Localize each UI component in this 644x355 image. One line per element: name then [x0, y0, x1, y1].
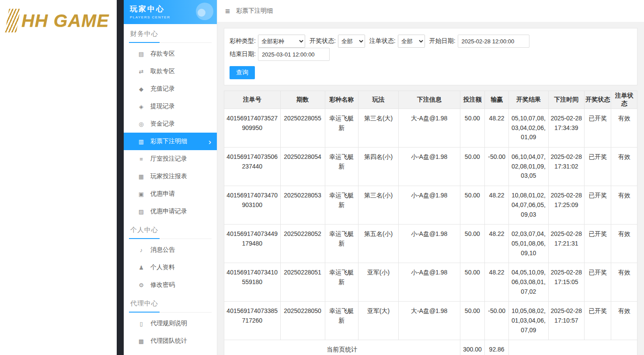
column-header: 玩法: [359, 91, 399, 109]
column-header: 下注时间: [548, 91, 584, 109]
bell-icon: ♪: [137, 247, 145, 253]
table-cell: -50.00: [485, 302, 509, 340]
sidebar-item-label: 资金记录: [150, 120, 175, 128]
table-row: 40156917407344917948020250228052幸运飞艇新第五名…: [224, 225, 637, 263]
menu-toggle-icon[interactable]: ≡: [225, 7, 230, 15]
sidebar-item-label: 代理团队统计: [150, 337, 187, 345]
table-cell: 10,05,08,02,01,03,04,06,07,09: [509, 302, 549, 340]
sidebar-item-label: 修改密码: [150, 281, 175, 289]
topbar: ≡ 彩票下注明细: [217, 0, 644, 22]
sidebar-item-label: 消息公告: [150, 246, 175, 254]
table-cell: 已开奖: [584, 109, 611, 148]
table-cell: 50.00: [460, 148, 485, 186]
table-cell: 第三名(小): [359, 186, 399, 225]
sidebar-item[interactable]: ⚙修改密码: [124, 276, 217, 294]
table-cell: 第四名(小): [359, 148, 399, 186]
table-row: 40156917407341055918020250228051幸运飞艇新亚军(…: [224, 263, 637, 302]
sidebar-item[interactable]: ▩代理团队统计: [124, 332, 217, 350]
sidebar-header: 玩家中心 PLAYERS CENTER: [124, 0, 217, 24]
table-cell: 已开奖: [584, 225, 611, 263]
sidebar-item-label: 提现记录: [150, 102, 175, 110]
table-cell: 50.00: [460, 186, 485, 225]
end-date-input[interactable]: [258, 48, 330, 61]
sidebar-item[interactable]: ≡厅室投注记录: [124, 150, 217, 168]
sidebar-item[interactable]: ♟个人资料: [124, 259, 217, 276]
sidebar-item[interactable]: ▥彩票下注明细›: [124, 133, 217, 150]
bet-detail-table: 注单号期数彩种名称玩法下注信息投注额输赢开奖结果下注时间开奖状态注单状态4015…: [224, 91, 637, 355]
table-cell: 401569174073449179480: [224, 225, 281, 263]
table-header-row: 注单号期数彩种名称玩法下注信息投注额输赢开奖结果下注时间开奖状态注单状态: [224, 91, 637, 109]
table-cell: 小-A盘@1.98: [398, 148, 460, 186]
draw-status-select[interactable]: 全部: [338, 35, 365, 48]
table-cell: 幸运飞艇新: [325, 263, 359, 302]
table-cell: 05,10,07,08,03,04,02,06,01,09: [509, 109, 549, 148]
team-stats-icon: ▩: [137, 338, 145, 344]
table-cell: 幸运飞艇新: [325, 148, 359, 186]
start-date-label: 开始日期:: [429, 37, 456, 45]
table-cell: 401569174073506237440: [224, 148, 281, 186]
logo-panel: HH GAME: [0, 0, 117, 355]
table-cell: 401569174073470903100: [224, 186, 281, 225]
page-title: 彩票下注明细: [236, 7, 273, 15]
column-header: 注单状态: [611, 91, 637, 109]
sidebar-nav: 财务中心▤存款专区⇄取款专区◆充值记录◈提现记录◎资金记录▥彩票下注明细›≡厅室…: [124, 24, 217, 355]
sidebar-item[interactable]: ⇄取款专区: [124, 63, 217, 80]
table-cell: 20250228052: [280, 225, 325, 263]
lottery-type-select[interactable]: 全部彩种: [258, 35, 305, 48]
sidebar-item[interactable]: ▦玩家投注报表: [124, 168, 217, 185]
table-cell: 第三名(大): [359, 109, 399, 148]
sidebar-item-label: 取款专区: [150, 67, 175, 75]
column-header: 投注额: [460, 91, 485, 109]
content: 彩种类型: 全部彩种 开奖状态: 全部 注单状态: 全部: [217, 22, 644, 355]
table-cell: 2025-02-28 17:10:57: [548, 302, 584, 340]
table-cell: 已开奖: [584, 302, 611, 340]
sidebar-item[interactable]: ▯代理规则说明: [124, 315, 217, 332]
table-cell: 48.22: [485, 186, 509, 225]
sidebar-item[interactable]: ▨优惠申请记录: [124, 203, 217, 220]
table-cell: 亚军(小): [359, 263, 399, 302]
table-cell: 小-A盘@1.98: [398, 186, 460, 225]
table-cell: 48.22: [485, 109, 509, 148]
sidebar-item[interactable]: ◆充值记录: [124, 80, 217, 98]
table-row: 40156917407352790995020250228055幸运飞艇新第三名…: [224, 109, 637, 148]
column-header: 彩种名称: [325, 91, 359, 109]
table-cell: 20250228054: [280, 148, 325, 186]
table-cell: 401569174073385717260: [224, 302, 281, 340]
sidebar-item-label: 优惠申请记录: [150, 207, 187, 215]
table-cell: 04,05,10,09,06,03,08,01,07,02: [509, 263, 549, 302]
sidebar-item[interactable]: ▤存款专区: [124, 45, 217, 63]
table-cell: 02,03,07,04,05,01,08,06,09,10: [509, 225, 549, 263]
query-button[interactable]: 查询: [230, 66, 255, 79]
deposit-icon: ▤: [137, 51, 145, 57]
table-cell: 2025-02-28 17:21:31: [548, 225, 584, 263]
start-date-input[interactable]: [458, 35, 529, 48]
column-header: 输赢: [485, 91, 509, 109]
main-area: ≡ 彩票下注明细 彩种类型: 全部彩种 开奖状态: 全部 注单状态:: [217, 0, 644, 355]
table-cell: 20250228055: [280, 109, 325, 148]
sidebar-item-label: 个人资料: [150, 264, 175, 271]
logo[interactable]: HH GAME: [7, 9, 117, 32]
table-cell: 第五名(小): [359, 225, 399, 263]
sidebar-item[interactable]: ♪消息公告: [124, 241, 217, 259]
column-header: 开奖状态: [584, 91, 611, 109]
player-report-icon: ▦: [137, 173, 145, 180]
summary-winloss-total: 92.86: [485, 340, 509, 355]
summary-row: 当前页统计300.0092.86: [224, 340, 637, 355]
chevron-right-icon: ›: [209, 137, 211, 146]
sidebar-item[interactable]: ▣优惠申请: [124, 185, 217, 203]
table-row: 40156917407350623744020250228054幸运飞艇新第四名…: [224, 148, 637, 186]
table-cell: 幸运飞艇新: [325, 109, 359, 148]
sidebar-item-label: 优惠申请: [150, 190, 175, 198]
sidebar-item[interactable]: ◈提现记录: [124, 98, 217, 115]
table-cell: 10,08,01,02,04,07,06,05,09,03: [509, 186, 549, 225]
table-row: 40156917407338571726020250228050幸运飞艇新亚军(…: [224, 302, 637, 340]
table-cell: 有效: [611, 225, 637, 263]
lottery-bet-detail-icon: ▥: [137, 138, 145, 145]
column-header: 注单号: [224, 91, 281, 109]
sidebar-item-label: 代理规则说明: [150, 320, 187, 327]
order-status-select[interactable]: 全部: [398, 35, 425, 48]
sidebar-item[interactable]: ◎资金记录: [124, 115, 217, 133]
withdrawal-record-icon: ◈: [137, 103, 145, 110]
table-cell: 大-A盘@1.98: [398, 109, 460, 148]
table-cell: 48.22: [485, 225, 509, 263]
